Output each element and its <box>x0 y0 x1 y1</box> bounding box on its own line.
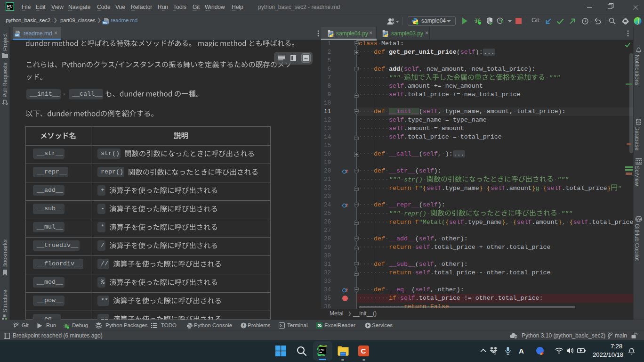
svg-text:MD: MD <box>15 34 19 37</box>
svg-text:MD: MD <box>103 21 107 24</box>
svg-text:PC: PC <box>7 4 13 8</box>
svg-text:z: z <box>494 352 496 354</box>
svg-text:z: z <box>632 347 633 350</box>
svg-text:PC: PC <box>319 348 324 352</box>
